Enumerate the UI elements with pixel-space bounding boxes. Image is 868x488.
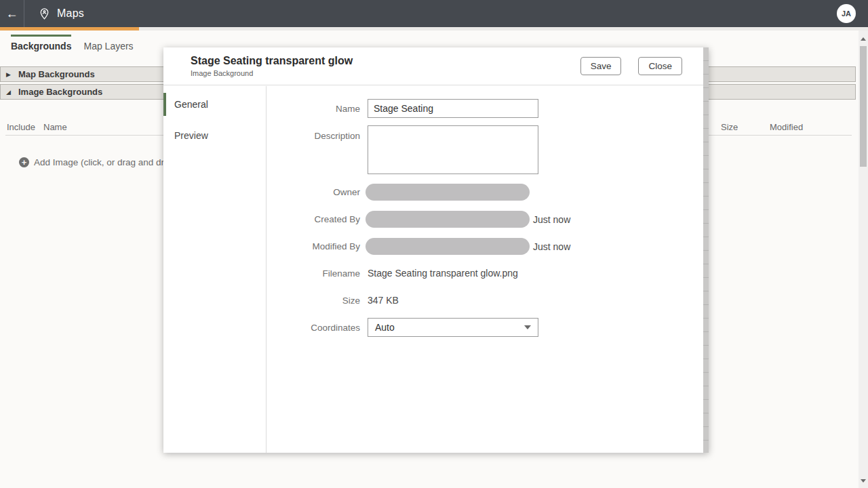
- expanded-triangle-icon: ◢: [6, 89, 13, 96]
- page-scrollbar-thumb[interactable]: [860, 46, 867, 167]
- size-label: Size: [267, 296, 360, 306]
- dialog-title: Stage Seating transparent glow: [191, 54, 353, 68]
- tab-backgrounds[interactable]: Backgrounds: [11, 41, 71, 52]
- name-label: Name: [267, 104, 360, 114]
- scroll-up-icon[interactable]: [861, 37, 866, 41]
- dialog-body: General Preview Name Description Owner: [163, 86, 709, 453]
- back-icon: ←: [6, 7, 18, 21]
- column-header-include: Include: [7, 122, 35, 132]
- created-by-timestamp: Just now: [533, 214, 570, 225]
- screen: ← Maps JA Backgrounds Map Layers ▶: [0, 0, 868, 488]
- column-header-name: Name: [43, 122, 67, 132]
- field-row-name: Name: [267, 99, 538, 118]
- dialog-buttons: Save Close: [580, 57, 682, 75]
- description-textarea[interactable]: [368, 125, 538, 174]
- dialog-nav-preview[interactable]: Preview: [163, 124, 266, 147]
- chevron-down-icon: [524, 325, 531, 329]
- field-row-filename: Filename Stage Seating transparent glow.…: [267, 266, 518, 280]
- back-button[interactable]: ←: [0, 0, 24, 27]
- coordinates-select[interactable]: Auto: [368, 318, 538, 337]
- field-row-size: Size 347 KB: [267, 293, 399, 307]
- field-row-owner: Owner: [267, 184, 530, 201]
- image-background-dialog: Stage Seating transparent glow Image Bac…: [163, 47, 709, 453]
- dialog-scrollbar[interactable]: [703, 47, 709, 453]
- column-header-size: Size: [721, 122, 738, 132]
- topbar: ← Maps JA: [0, 0, 868, 27]
- owner-label: Owner: [267, 187, 360, 197]
- scroll-down-icon[interactable]: [861, 479, 866, 483]
- tab-backgrounds-label: Backgrounds: [11, 41, 71, 52]
- app-title-group: Maps: [38, 7, 84, 20]
- modified-by-value-placeholder: [366, 238, 530, 255]
- field-row-description: Description: [267, 125, 538, 174]
- add-image-label: Add Image (click, or drag and drop): [34, 157, 178, 167]
- dialog-nav-general[interactable]: General: [163, 93, 266, 116]
- dialog-header: Stage Seating transparent glow Image Bac…: [163, 47, 709, 85]
- field-row-created-by: Created By Just now: [267, 211, 570, 228]
- progress-bar-fill: [0, 27, 139, 30]
- size-value: 347 KB: [368, 295, 399, 306]
- name-input[interactable]: [368, 99, 538, 118]
- coordinates-label: Coordinates: [267, 323, 360, 333]
- progress-bar-track: [0, 27, 868, 30]
- section-image-backgrounds-label: Image Backgrounds: [18, 87, 102, 97]
- modified-by-label: Modified By: [267, 241, 360, 251]
- page-title: Maps: [57, 7, 84, 20]
- coordinates-selected-value: Auto: [375, 322, 395, 333]
- add-image-button[interactable]: + Add Image (click, or drag and drop): [19, 157, 178, 167]
- close-button[interactable]: Close: [638, 57, 682, 75]
- owner-value-placeholder: [366, 184, 530, 201]
- modified-by-timestamp: Just now: [533, 241, 570, 252]
- description-label: Description: [267, 125, 360, 141]
- created-by-value-placeholder: [366, 211, 530, 228]
- dialog-subtitle: Image Background: [191, 69, 353, 77]
- user-avatar[interactable]: JA: [837, 4, 856, 23]
- created-by-label: Created By: [267, 214, 360, 224]
- tab-map-layers[interactable]: Map Layers: [83, 41, 133, 52]
- collapsed-triangle-icon: ▶: [6, 71, 13, 78]
- filename-label: Filename: [267, 268, 360, 279]
- dialog-nav-preview-label: Preview: [174, 130, 208, 141]
- dialog-nav: General Preview: [163, 86, 267, 453]
- page-scrollbar-track[interactable]: [859, 30, 868, 488]
- dialog-nav-general-label: General: [174, 99, 208, 110]
- map-pin-icon: [38, 7, 51, 20]
- column-header-modified: Modified: [770, 122, 803, 132]
- tab-bar: Backgrounds Map Layers: [11, 41, 146, 52]
- dialog-form: Name Description Owner Created By Just n…: [267, 86, 709, 453]
- tab-map-layers-label: Map Layers: [83, 41, 133, 52]
- save-button[interactable]: Save: [580, 57, 622, 75]
- field-row-coordinates: Coordinates Auto: [267, 318, 538, 337]
- add-icon: +: [19, 157, 29, 167]
- dialog-title-group: Stage Seating transparent glow Image Bac…: [163, 54, 353, 79]
- field-row-modified-by: Modified By Just now: [267, 238, 570, 255]
- filename-value: Stage Seating transparent glow.png: [368, 268, 518, 279]
- section-map-backgrounds-label: Map Backgrounds: [18, 69, 95, 79]
